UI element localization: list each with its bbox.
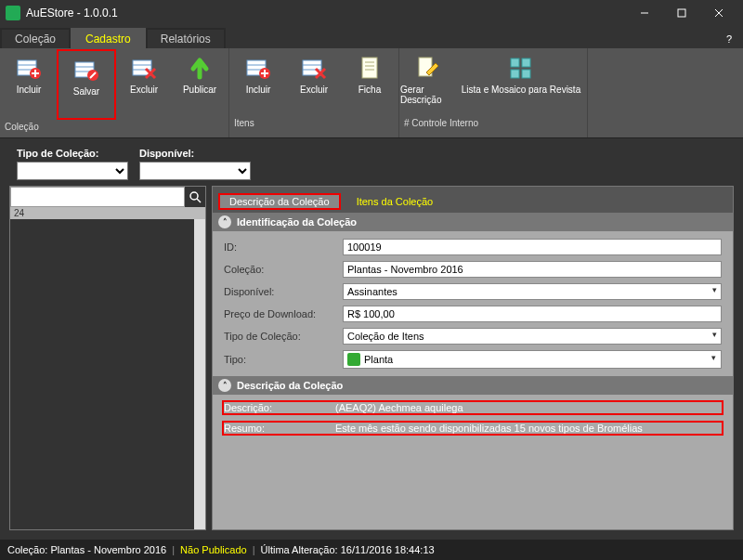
filter-tipo-label: Tipo de Coleção: <box>17 148 128 159</box>
ribbon-salvar-button[interactable]: Salvar <box>57 49 116 120</box>
maximize-button[interactable] <box>663 0 700 26</box>
ribbon-button-label: Excluir <box>130 85 158 95</box>
svg-rect-35 <box>511 59 519 67</box>
label-id: ID: <box>224 241 335 253</box>
input-resumo[interactable]: Este mês estão sendo disponibilizadas 15… <box>335 423 722 434</box>
plant-icon <box>347 353 360 366</box>
chevron-up-icon: ˄ <box>218 215 231 228</box>
label-preco: Preço de Download: <box>224 308 335 319</box>
ribbon-excluir-button[interactable]: Excluir <box>286 49 342 116</box>
select-tipo-colecao[interactable] <box>343 328 722 345</box>
input-preco[interactable] <box>343 306 722 322</box>
search-button[interactable] <box>185 187 205 207</box>
ribbon-excluir-button[interactable]: Excluir <box>116 49 172 116</box>
detail-tab-bar: Descrição da ColeçãoItens da Coleção <box>213 187 733 213</box>
filter-bar: Tipo de Coleção: Disponível: <box>0 138 743 186</box>
ribbon-group-label: # Controle Interno <box>399 117 587 134</box>
ribbon-gerar-descri-o-button[interactable]: Gerar Descrição <box>400 49 456 116</box>
table-plus-icon <box>15 55 43 81</box>
detail-tab-1[interactable]: Itens da Coleção <box>345 193 446 210</box>
ribbon-button-label: Lista e Mosaico para Revista <box>462 85 580 95</box>
table-edit-icon <box>72 57 100 83</box>
input-id[interactable] <box>343 239 722 255</box>
title-bar: AuEStore - 1.0.0.1 <box>0 0 743 26</box>
svg-rect-36 <box>522 59 530 67</box>
help-button[interactable]: ? <box>723 30 736 48</box>
section-header-desc[interactable]: ˄ Descrição da Coleção <box>213 376 733 395</box>
detail-content: ˄ Identificação da Coleção ID: Coleção: … <box>213 213 733 529</box>
chevron-up-icon: ˄ <box>218 379 231 392</box>
menu-tab-coleção[interactable]: Coleção <box>0 28 71 48</box>
section-header-id[interactable]: ˄ Identificação da Coleção <box>213 213 733 231</box>
svg-line-40 <box>197 199 201 202</box>
scrollbar[interactable] <box>194 219 205 529</box>
table-x-icon <box>130 55 158 81</box>
label-tipo-colecao: Tipo de Coleção: <box>224 331 335 342</box>
window-title: AuEStore - 1.0.0.1 <box>26 7 626 20</box>
ribbon-button-label: Incluir <box>246 85 271 95</box>
page-pencil-icon <box>414 55 442 81</box>
svg-rect-38 <box>522 70 530 78</box>
filter-tipo-select[interactable] <box>17 162 128 180</box>
status-alteracao: Última Alteração: 16/11/2016 18:44:13 <box>261 544 435 555</box>
arrow-up-icon <box>186 55 214 81</box>
page-icon <box>356 55 384 81</box>
label-resumo: Resumo: <box>224 423 335 434</box>
search-input[interactable] <box>10 187 185 207</box>
menu-tab-cadastro[interactable]: Cadastro <box>71 28 146 48</box>
sidebar-panel: 24 Dancor - Bombas 2016Desenhos de Agost… <box>9 186 206 530</box>
svg-rect-30 <box>362 58 377 78</box>
resumo-row: Resumo: Este mês estão sendo disponibili… <box>222 421 723 436</box>
ribbon-incluir-button[interactable]: Incluir <box>1 49 57 116</box>
ribbon-toolbar: IncluirSalvarExcluirPublicarColeçãoInclu… <box>0 48 743 138</box>
detail-tab-0[interactable]: Descrição da Coleção <box>218 193 341 210</box>
label-tipo: Tipo: <box>224 354 335 365</box>
app-icon <box>6 6 20 20</box>
input-descricao[interactable]: (AEAQ2) Aechmea aquilega <box>335 402 722 413</box>
ribbon-button-label: Gerar Descrição <box>400 85 456 105</box>
filter-disponivel-select[interactable] <box>139 162 251 180</box>
status-bar: Coleção: Plantas - Novembro 2016 | Não P… <box>0 540 743 560</box>
filter-disponivel-label: Disponível: <box>139 148 251 159</box>
status-publicado: Não Publicado <box>180 544 247 555</box>
main-body: Tipo de Coleção: Disponível: 24 Dancor -… <box>0 138 743 540</box>
app-window: AuEStore - 1.0.0.1 ColeçãoCadastroRelató… <box>0 0 743 560</box>
descricao-row: Descrição: (AEAQ2) Aechmea aquilega <box>222 400 723 415</box>
table-plus-icon <box>244 55 272 81</box>
ribbon-button-label: Ficha <box>358 85 381 95</box>
ribbon-group-label: Itens <box>229 117 398 134</box>
ribbon-button-label: Excluir <box>300 85 328 95</box>
label-colecao: Coleção: <box>224 264 335 275</box>
id-form: ID: Coleção: Disponível: Preço de Downlo… <box>213 231 733 376</box>
ribbon-publicar-button[interactable]: Publicar <box>172 49 228 116</box>
ribbon-button-label: Publicar <box>183 85 216 95</box>
svg-rect-1 <box>678 9 685 17</box>
close-button[interactable] <box>700 0 737 26</box>
table-x-icon <box>300 55 328 81</box>
ribbon-lista-e-mosaico-para-revista-button[interactable]: Lista e Mosaico para Revista <box>456 49 586 116</box>
menu-tab-bar: ColeçãoCadastroRelatórios ? <box>0 26 743 48</box>
svg-point-39 <box>190 192 198 200</box>
input-colecao[interactable] <box>343 261 722 278</box>
menu-tab-relatórios[interactable]: Relatórios <box>146 28 226 48</box>
label-disponivel: Disponível: <box>224 286 335 297</box>
minimize-button[interactable] <box>626 0 663 26</box>
result-count: 24 <box>10 207 205 219</box>
ribbon-group-label: Coleção <box>0 121 228 137</box>
mosaic-icon <box>507 55 535 81</box>
ribbon-button-label: Salvar <box>73 86 99 97</box>
ribbon-incluir-button[interactable]: Incluir <box>230 49 286 116</box>
select-tipo[interactable]: Planta <box>364 354 393 365</box>
ribbon-ficha-button[interactable]: Ficha <box>342 49 398 116</box>
svg-rect-37 <box>511 70 519 78</box>
ribbon-button-label: Incluir <box>17 85 42 95</box>
detail-panel: Descrição da ColeçãoItens da Coleção ˄ I… <box>212 186 734 530</box>
select-disponivel[interactable] <box>343 283 722 300</box>
status-colecao: Coleção: Plantas - Novembro 2016 <box>7 544 166 555</box>
label-descricao: Descrição: <box>224 402 335 413</box>
